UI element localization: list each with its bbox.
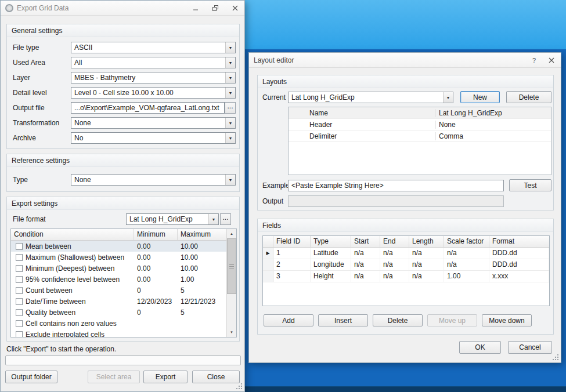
condition-row[interactable]: Cell contains non zero values <box>11 318 226 329</box>
file-format-select[interactable]: Lat Long H_GridExp ▼ <box>126 213 219 225</box>
condition-row[interactable]: Maximum (Shallowest) between 0.00 10.00 <box>11 252 226 263</box>
type-column-header[interactable]: Type <box>311 236 351 247</box>
archive-select[interactable]: No ▼ <box>71 132 236 144</box>
add-button[interactable]: Add <box>264 314 313 326</box>
cancel-button[interactable]: Cancel <box>508 341 552 354</box>
format-cell[interactable]: x.xxx <box>489 271 549 282</box>
minimum-value[interactable]: 0 <box>134 286 178 295</box>
condition-row[interactable]: Quality between 0 5 <box>11 307 226 318</box>
file-type-select[interactable]: ASCII ▼ <box>71 42 236 53</box>
minimum-value[interactable]: 0.00 <box>134 264 178 273</box>
property-value[interactable]: None <box>436 121 551 129</box>
scale-factor-cell[interactable]: 1.00 <box>444 271 489 282</box>
condition-row[interactable]: Date/Time between 12/20/2023 12/21/2023 <box>11 296 226 307</box>
end-column-header[interactable]: End <box>380 236 409 247</box>
end-cell[interactable]: n/a <box>380 259 409 270</box>
resize-grip[interactable] <box>551 353 559 361</box>
scroll-up-icon[interactable]: ▲ <box>227 229 236 238</box>
property-value[interactable]: Comma <box>436 132 551 140</box>
condition-column-header[interactable]: Condition <box>11 229 134 240</box>
minimize-button[interactable] <box>191 4 200 12</box>
output-file-browse-button[interactable]: ... <box>225 102 236 114</box>
minimum-column-header[interactable]: Minimum <box>134 229 178 240</box>
scroll-down-icon[interactable]: ▼ <box>227 328 236 337</box>
insert-button[interactable]: Insert <box>318 314 368 326</box>
field-id-column-header[interactable]: Field ID <box>273 236 311 247</box>
maximum-column-header[interactable]: Maximum <box>178 229 226 240</box>
start-cell[interactable]: n/a <box>351 259 380 270</box>
property-value[interactable]: Lat Long H_GridExp <box>436 109 551 117</box>
output-folder-button[interactable]: Output folder <box>5 371 57 383</box>
format-cell[interactable]: DDD.dd <box>489 259 549 270</box>
maximum-value[interactable]: 1.00 <box>178 275 226 284</box>
minimum-value[interactable]: 0 <box>134 308 178 317</box>
reference-type-select[interactable]: None ▼ <box>71 174 236 186</box>
end-cell[interactable]: n/a <box>380 271 409 282</box>
scrollbar[interactable]: ▲ ▼ <box>226 229 236 337</box>
layer-select[interactable]: MBES - Bathymetry ▼ <box>71 72 236 84</box>
help-icon[interactable]: ? <box>529 56 539 64</box>
minimum-value[interactable]: 0.00 <box>134 275 178 284</box>
example-input[interactable]: <Paste Example String Here> <box>288 180 504 191</box>
new-button[interactable]: New <box>460 91 500 103</box>
ok-button[interactable]: OK <box>459 341 501 354</box>
export-button[interactable]: Export <box>143 371 188 383</box>
detail-level-select[interactable]: Level 0 - Cell size 10.00 x 10.00 ▼ <box>71 87 236 99</box>
checkbox[interactable] <box>16 287 23 294</box>
minimum-value[interactable]: 12/20/2023 <box>134 297 178 306</box>
type-cell[interactable]: Longitude <box>311 259 351 270</box>
length-column-header[interactable]: Length <box>409 236 444 247</box>
format-cell[interactable]: DDD.dd <box>489 248 549 259</box>
restore-button[interactable] <box>211 4 220 12</box>
checkbox[interactable] <box>16 309 23 316</box>
property-row[interactable]: Name Lat Long H_GridExp <box>289 107 551 119</box>
type-cell[interactable]: Latitude <box>311 248 351 259</box>
maximum-value[interactable]: 10.00 <box>178 253 226 262</box>
move-down-button[interactable]: Move down <box>482 314 532 326</box>
close-button[interactable] <box>547 56 556 64</box>
resize-grip[interactable] <box>235 382 243 390</box>
checkbox[interactable] <box>16 265 23 272</box>
minimum-value[interactable]: 0.00 <box>134 253 178 262</box>
maximum-value[interactable]: 5 <box>178 308 226 317</box>
type-cell[interactable]: Height <box>311 271 351 282</box>
checkbox[interactable] <box>16 298 23 305</box>
file-format-browse-button[interactable]: ... <box>220 213 231 225</box>
field-id-cell[interactable]: 1 <box>273 248 311 259</box>
used-area-select[interactable]: All ▼ <box>71 57 236 68</box>
start-cell[interactable]: n/a <box>351 271 380 282</box>
length-cell[interactable]: n/a <box>409 271 444 282</box>
layout-editor-titlebar[interactable]: Layout editor ? <box>249 53 561 68</box>
condition-row[interactable]: 95% confidence level between 0.00 1.00 <box>11 274 226 285</box>
end-cell[interactable]: n/a <box>380 248 409 259</box>
length-cell[interactable]: n/a <box>409 248 444 259</box>
length-cell[interactable]: n/a <box>409 259 444 270</box>
export-window-titlebar[interactable]: Export Grid Data <box>1 1 244 16</box>
condition-row[interactable]: Mean between 0.00 10.00 <box>11 241 226 252</box>
format-column-header[interactable]: Format <box>489 236 549 247</box>
maximum-value[interactable]: 5 <box>178 286 226 295</box>
delete-layout-button[interactable]: Delete <box>506 91 551 103</box>
field-id-cell[interactable]: 3 <box>273 271 311 282</box>
scale-factor-cell[interactable]: n/a <box>444 259 489 270</box>
output-file-input[interactable]: ...o\Export\Example_VOM-qgfarea_LatLong.… <box>71 102 225 114</box>
scale-factor-cell[interactable]: n/a <box>444 248 489 259</box>
checkbox[interactable] <box>16 254 23 261</box>
condition-row[interactable]: Exclude interpolated cells <box>11 329 226 337</box>
field-row[interactable]: 3 Height n/a n/a n/a 1.00 x.xxx <box>263 271 549 282</box>
current-layout-select[interactable]: Lat Long H_GridExp ▼ <box>288 92 453 103</box>
maximum-value[interactable]: 10.00 <box>178 242 226 251</box>
delete-field-button[interactable]: Delete <box>373 314 423 326</box>
checkbox[interactable] <box>16 243 23 250</box>
field-id-cell[interactable]: 2 <box>273 259 311 270</box>
scrollbar-thumb[interactable] <box>227 238 236 294</box>
property-row[interactable]: Header None <box>289 119 551 130</box>
maximum-value[interactable]: 12/21/2023 <box>178 297 226 306</box>
checkbox[interactable] <box>16 276 23 283</box>
checkbox[interactable] <box>16 320 23 327</box>
condition-row[interactable]: Minimum (Deepest) between 0.00 10.00 <box>11 263 226 274</box>
field-row[interactable]: 2 Longitude n/a n/a n/a n/a DDD.dd <box>263 259 549 271</box>
test-button[interactable]: Test <box>509 179 551 191</box>
checkbox[interactable] <box>16 331 23 338</box>
field-row[interactable]: ▶ 1 Latitude n/a n/a n/a n/a DDD.dd <box>263 248 549 259</box>
